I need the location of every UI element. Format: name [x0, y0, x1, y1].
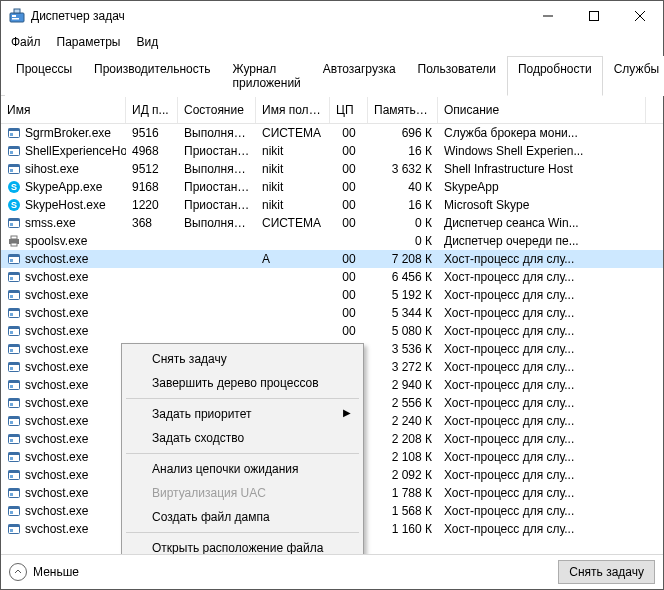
cell-mem: 6 456 К [368, 269, 438, 285]
cell-cpu: 00 [330, 125, 368, 141]
svg-rect-50 [10, 385, 13, 388]
cell-mem: 2 208 К [368, 431, 438, 447]
process-name: svchost.exe [25, 270, 88, 284]
tab-2[interactable]: Журнал приложений [222, 56, 312, 96]
process-name: spoolsv.exe [25, 234, 87, 248]
col-pid[interactable]: ИД п... [126, 97, 178, 123]
col-mem[interactable]: Память (ч... [368, 97, 438, 123]
table-row[interactable]: sihost.exe9512Выполняетсяnikit003 632 КS… [1, 160, 663, 178]
table-row[interactable]: svchost.exe005 344 КХост-процесс для слу… [1, 304, 663, 322]
cell-user: nikit [256, 179, 330, 195]
context-menu-item[interactable]: Создать файл дампа [124, 505, 361, 529]
table-row[interactable]: svchost.exe006 456 КХост-процесс для слу… [1, 268, 663, 286]
cell-desc: Хост-процесс для слу... [438, 521, 663, 537]
context-menu-item[interactable]: Задать сходство [124, 426, 361, 450]
tab-6[interactable]: Службы [603, 56, 664, 96]
table-row[interactable]: svchost.exe005 192 КХост-процесс для слу… [1, 286, 663, 304]
cell-desc: Хост-процесс для слу... [438, 305, 663, 321]
svg-rect-2 [12, 18, 19, 20]
col-desc[interactable]: Описание [438, 97, 646, 123]
cell-desc: Хост-процесс для слу... [438, 395, 663, 411]
cell-desc: Хост-процесс для слу... [438, 269, 663, 285]
col-name[interactable]: Имя [1, 97, 126, 123]
close-button[interactable] [617, 1, 663, 31]
cell-mem: 7 208 К [368, 251, 438, 267]
svg-rect-71 [10, 511, 13, 514]
process-name: svchost.exe [25, 342, 88, 356]
tab-4[interactable]: Пользователи [407, 56, 507, 96]
maximize-button[interactable] [571, 1, 617, 31]
cell-mem: 2 108 К [368, 449, 438, 465]
cell-mem: 2 092 К [368, 467, 438, 483]
minimize-button[interactable] [525, 1, 571, 31]
svg-rect-28 [9, 255, 20, 258]
cell-user: nikit [256, 143, 330, 159]
cell-desc: Windows Shell Experien... [438, 143, 663, 159]
table-row[interactable]: smss.exe368ВыполняетсяСИСТЕМА000 КДиспет… [1, 214, 663, 232]
svg-rect-16 [10, 169, 13, 172]
context-menu-item[interactable]: Снять задачу [124, 347, 361, 371]
process-icon [7, 504, 21, 518]
process-icon [7, 378, 21, 392]
menu-view[interactable]: Вид [128, 33, 166, 51]
table-row[interactable]: svchost.exe005 080 КХост-процесс для слу… [1, 322, 663, 340]
cell-user [256, 294, 330, 296]
svg-rect-62 [10, 457, 13, 460]
cell-user [256, 276, 330, 278]
table-row[interactable]: ShellExperienceHost.4968Приостановлnikit… [1, 142, 663, 160]
svg-rect-64 [9, 471, 20, 474]
process-name: svchost.exe [25, 396, 88, 410]
table-row[interactable]: SSkypeApp.exe9168Приостановлnikit0040 КS… [1, 178, 663, 196]
table-row[interactable]: SgrmBroker.exe9516ВыполняетсяСИСТЕМА0069… [1, 124, 663, 142]
process-name: svchost.exe [25, 450, 88, 464]
cell-mem: 1 788 К [368, 485, 438, 501]
process-name: SkypeApp.exe [25, 180, 102, 194]
process-icon [7, 468, 21, 482]
svg-rect-47 [10, 367, 13, 370]
fewer-details-button[interactable]: Меньше [9, 563, 79, 581]
process-icon [7, 288, 21, 302]
menu-separator [126, 398, 359, 399]
table-row[interactable]: svchost.exeА007 208 КХост-процесс для сл… [1, 250, 663, 268]
tab-3[interactable]: Автозагрузка [312, 56, 407, 96]
cell-pid: 9512 [126, 161, 178, 177]
cell-pid [126, 330, 178, 332]
col-state[interactable]: Состояние [178, 97, 256, 123]
process-icon: S [7, 180, 21, 194]
table-row[interactable]: SSkypeHost.exe1220Приостановлnikit0016 К… [1, 196, 663, 214]
table-row[interactable]: spoolsv.exe0 КДиспетчер очереди пе... [1, 232, 663, 250]
end-task-button[interactable]: Снять задачу [558, 560, 655, 584]
context-menu-item[interactable]: Завершить дерево процессов [124, 371, 361, 395]
cell-user: СИСТЕМА [256, 215, 330, 231]
cell-state [178, 294, 256, 296]
process-icon [7, 162, 21, 176]
tab-0[interactable]: Процессы [5, 56, 83, 96]
context-menu-item: Виртуализация UAC [124, 481, 361, 505]
cell-mem: 696 К [368, 125, 438, 141]
menu-options[interactable]: Параметры [49, 33, 129, 51]
context-menu-item[interactable]: Анализ цепочки ожидания [124, 457, 361, 481]
cell-user: А [256, 251, 330, 267]
process-icon [7, 144, 21, 158]
tab-5[interactable]: Подробности [507, 56, 603, 96]
tab-1[interactable]: Производительность [83, 56, 221, 96]
svg-rect-61 [9, 453, 20, 456]
process-icon [7, 450, 21, 464]
context-menu-item[interactable]: Задать приоритет▶ [124, 402, 361, 426]
context-menu-item[interactable]: Открыть расположение файла [124, 536, 361, 555]
process-name: svchost.exe [25, 360, 88, 374]
process-icon [7, 396, 21, 410]
svg-rect-23 [10, 223, 13, 226]
menu-separator [126, 532, 359, 533]
cell-desc: Хост-процесс для слу... [438, 413, 663, 429]
process-icon [7, 486, 21, 500]
cell-pid [126, 258, 178, 260]
col-user[interactable]: Имя польз... [256, 97, 330, 123]
svg-rect-26 [11, 243, 17, 246]
cell-cpu: 00 [330, 323, 368, 339]
menu-file[interactable]: Файл [3, 33, 49, 51]
svg-rect-44 [10, 349, 13, 352]
cell-cpu: 00 [330, 197, 368, 213]
col-cpu[interactable]: ЦП [330, 97, 368, 123]
menubar: Файл Параметры Вид [1, 31, 663, 53]
